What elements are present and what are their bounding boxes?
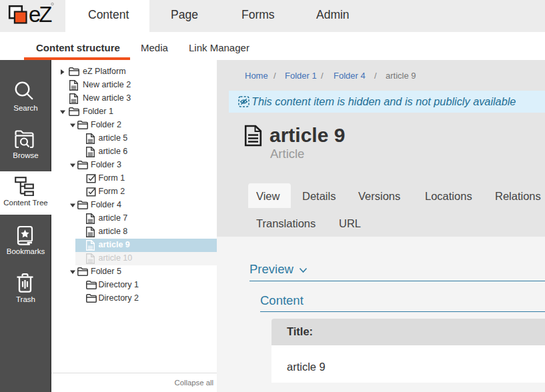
- svg-text:eZ: eZ: [29, 2, 52, 27]
